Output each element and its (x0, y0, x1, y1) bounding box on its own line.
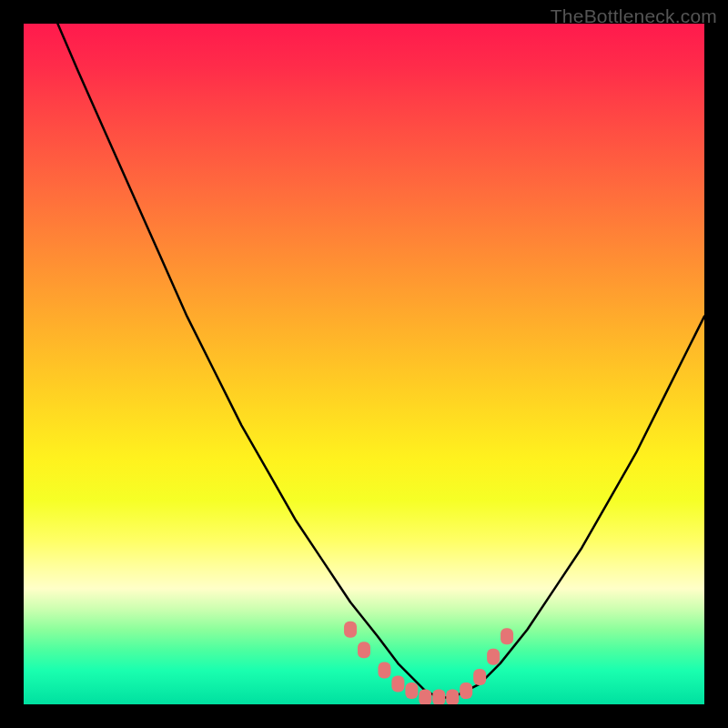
highlight-marker (500, 628, 513, 644)
highlight-marker (391, 676, 404, 693)
bottleneck-curve-line (57, 24, 704, 698)
marker-group (344, 622, 513, 704)
plot-area (24, 24, 704, 704)
highlight-marker (460, 682, 472, 699)
highlight-marker (473, 669, 486, 685)
highlight-marker (487, 649, 500, 665)
curve-group (57, 24, 704, 698)
curve-svg (24, 24, 704, 704)
highlight-marker (446, 690, 459, 704)
chart-frame: TheBottleneck.com (0, 0, 728, 728)
highlight-marker (405, 682, 418, 699)
highlight-marker (432, 690, 445, 704)
highlight-marker (358, 642, 370, 658)
highlight-marker (419, 690, 431, 704)
watermark-text: TheBottleneck.com (551, 5, 717, 27)
highlight-marker (344, 622, 357, 638)
highlight-marker (378, 662, 390, 679)
